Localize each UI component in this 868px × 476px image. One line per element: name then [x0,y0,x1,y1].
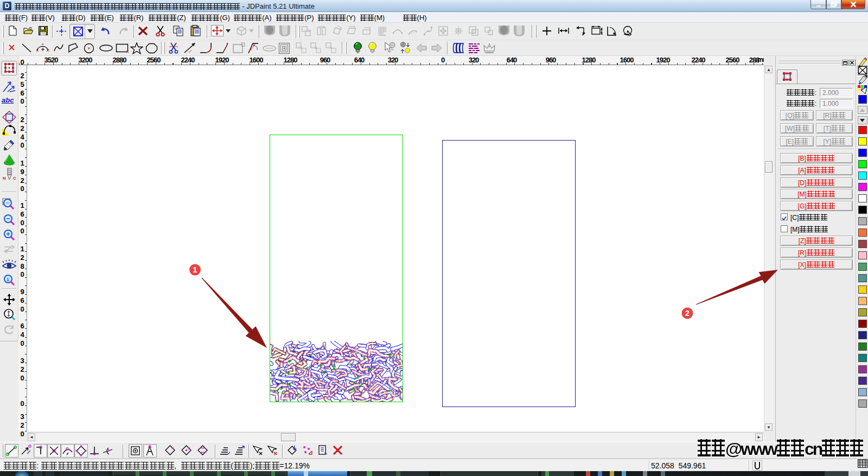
svg-text:1: 1 [193,265,197,274]
svg-text:2: 2 [685,309,690,318]
